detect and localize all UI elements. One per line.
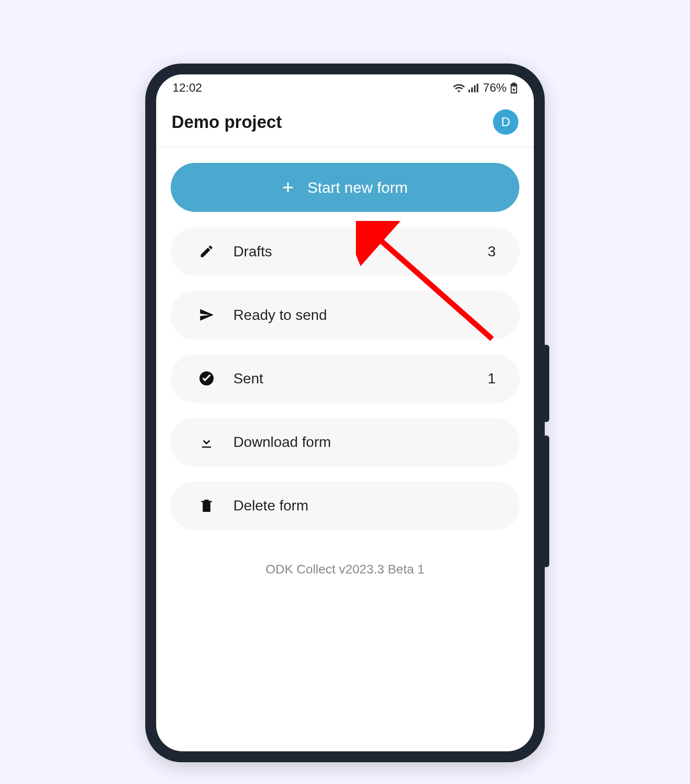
signal-icon xyxy=(468,83,479,93)
sent-row[interactable]: Sent 1 xyxy=(171,354,519,402)
send-icon xyxy=(198,307,215,323)
phone-side-button-2 xyxy=(545,436,549,567)
sent-label: Sent xyxy=(233,370,469,387)
phone-frame: 12:02 76% Demo project D xyxy=(145,64,545,762)
project-avatar[interactable]: D xyxy=(493,109,518,135)
sent-count: 1 xyxy=(488,370,496,387)
drafts-label: Drafts xyxy=(233,243,469,260)
start-new-form-label: Start new form xyxy=(307,179,408,196)
ready-to-send-row[interactable]: Ready to send xyxy=(171,291,519,339)
start-new-form-button[interactable]: + Start new form xyxy=(171,163,519,212)
phone-side-button-1 xyxy=(545,345,549,422)
status-bar: 12:02 76% xyxy=(156,74,534,98)
download-label: Download form xyxy=(233,434,478,451)
check-circle-icon xyxy=(198,371,215,386)
trash-icon xyxy=(198,498,215,513)
download-form-row[interactable]: Download form xyxy=(171,418,519,466)
title-bar: Demo project D xyxy=(156,98,534,147)
drafts-row[interactable]: Drafts 3 xyxy=(171,227,519,275)
main-content: + Start new form Drafts 3 Ready to send xyxy=(156,147,534,577)
status-time: 12:02 xyxy=(172,81,202,95)
phone-screen: 12:02 76% Demo project D xyxy=(156,74,534,751)
page-title: Demo project xyxy=(172,113,282,132)
battery-icon xyxy=(510,83,518,93)
battery-text: 76% xyxy=(483,81,507,95)
ready-label: Ready to send xyxy=(233,307,478,323)
avatar-initial: D xyxy=(501,115,510,129)
download-icon xyxy=(198,434,215,450)
delete-label: Delete form xyxy=(233,497,478,514)
drafts-count: 3 xyxy=(488,243,496,260)
wifi-icon xyxy=(453,83,465,93)
app-version: ODK Collect v2023.3 Beta 1 xyxy=(171,562,519,577)
delete-form-row[interactable]: Delete form xyxy=(171,481,519,529)
status-right: 76% xyxy=(453,81,518,95)
pencil-icon xyxy=(198,244,215,259)
